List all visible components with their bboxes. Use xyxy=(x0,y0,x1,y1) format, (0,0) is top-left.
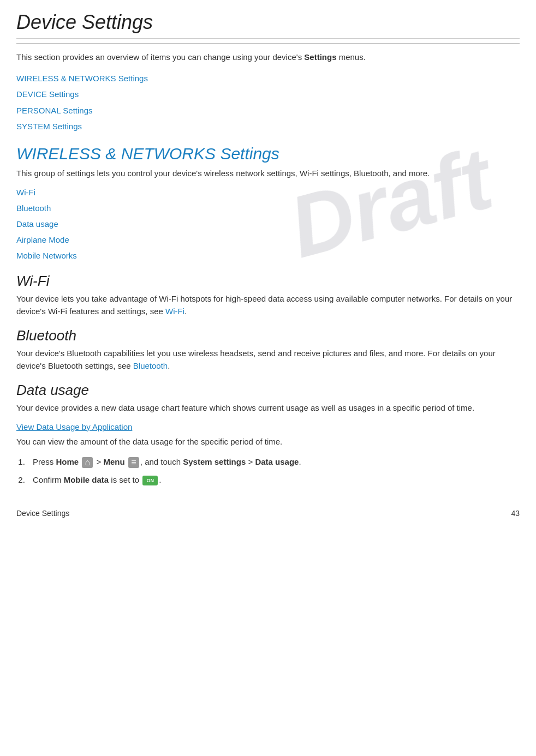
step-1: Press Home > Menu , and touch System set… xyxy=(27,454,520,469)
footer-page-number: 43 xyxy=(511,509,520,518)
step1-menu-label: Menu xyxy=(103,457,124,466)
view-data-usage-body: You can view the amount of the data usag… xyxy=(16,436,520,448)
link-data-usage[interactable]: Data usage xyxy=(16,217,520,231)
bluetooth-section-body: Your device's Bluetooth capabilities let… xyxy=(16,347,520,372)
intro-paragraph: This section provides an overview of ite… xyxy=(16,51,520,64)
intro-text-before: This section provides an overview of ite… xyxy=(16,52,304,62)
link-wifi[interactable]: Wi-Fi xyxy=(16,185,520,200)
intro-bold: Settings xyxy=(304,52,336,62)
title-divider xyxy=(16,43,520,44)
wireless-section-description: This group of settings lets you control … xyxy=(16,167,520,180)
page-footer: Device Settings 43 xyxy=(16,509,520,518)
wireless-links: Wi-Fi Bluetooth Data usage Airplane Mode… xyxy=(16,185,520,263)
wifi-section-body: Your device lets you take advantage of W… xyxy=(16,293,520,317)
menu-icon xyxy=(128,457,139,468)
step-2: Confirm Mobile data is set to . xyxy=(27,472,520,487)
view-data-usage-title[interactable]: View Data Usage by Application xyxy=(16,422,520,431)
wifi-body-end: . xyxy=(184,307,187,316)
toc-link-device[interactable]: DEVICE Settings xyxy=(16,87,520,101)
wireless-section-title: WIRELESS & NETWORKS Settings xyxy=(16,145,520,163)
toc-link-system[interactable]: SYSTEM Settings xyxy=(16,119,520,134)
step1-system-settings: System settings xyxy=(183,457,246,466)
link-bluetooth[interactable]: Bluetooth xyxy=(16,201,520,215)
step1-data-usage: Data usage xyxy=(255,457,299,466)
on-icon xyxy=(142,476,158,485)
bluetooth-body-text: Your device's Bluetooth capabilities let… xyxy=(16,349,496,370)
data-usage-section-title: Data usage xyxy=(16,382,520,399)
bluetooth-section-title: Bluetooth xyxy=(16,327,520,344)
link-mobile-networks[interactable]: Mobile Networks xyxy=(16,248,520,263)
intro-text-after: menus. xyxy=(337,52,366,62)
footer-left: Device Settings xyxy=(16,509,69,518)
toc-link-personal[interactable]: PERSONAL Settings xyxy=(16,104,520,118)
wifi-body-text: Your device lets you take advantage of W… xyxy=(16,294,512,316)
link-airplane-mode[interactable]: Airplane Mode xyxy=(16,232,520,247)
home-icon xyxy=(82,457,93,468)
bluetooth-body-end: . xyxy=(168,361,170,370)
data-usage-section-body: Your device provides a new data usage ch… xyxy=(16,402,520,415)
step1-home-label: Home xyxy=(56,457,79,466)
toc-section: WIRELESS & NETWORKS Settings DEVICE Sett… xyxy=(16,71,520,134)
wifi-inline-link[interactable]: Wi-Fi xyxy=(165,307,184,316)
page-title: Device Settings xyxy=(16,11,520,39)
toc-link-wireless[interactable]: WIRELESS & NETWORKS Settings xyxy=(16,71,520,86)
bluetooth-inline-link[interactable]: Bluetooth xyxy=(133,361,168,370)
step2-mobile-data: Mobile data xyxy=(64,475,109,484)
wifi-section-title: Wi-Fi xyxy=(16,273,520,290)
steps-list: Press Home > Menu , and touch System set… xyxy=(27,454,520,487)
